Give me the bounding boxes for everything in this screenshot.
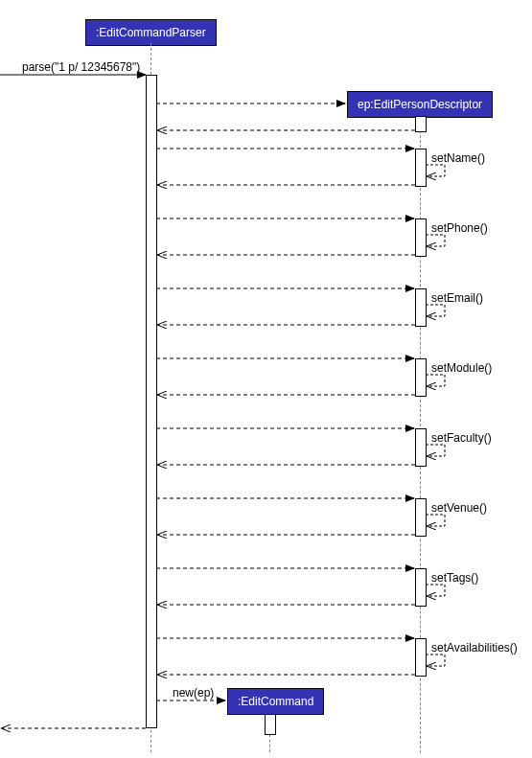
activation-setname (415, 149, 427, 187)
label-setname: setName() (431, 151, 485, 165)
label-newep: new(ep) (173, 686, 214, 700)
participant-command: :EditCommand (227, 688, 324, 715)
activation-setfaculty (415, 428, 427, 467)
activation-setavailabilities (415, 638, 427, 677)
label-setavailabilities: setAvailabilities() (431, 641, 518, 655)
participant-parser: :EditCommandParser (85, 19, 217, 46)
activation-descriptor-create (415, 116, 427, 132)
label-parse: parse("1 p/ 12345678") (22, 60, 140, 74)
activation-parser (146, 75, 157, 728)
label-setvenue: setVenue() (431, 501, 487, 515)
label-setemail: setEmail() (431, 291, 483, 305)
activation-setphone (415, 218, 427, 257)
activation-command (265, 714, 276, 735)
label-setmodule: setModule() (431, 361, 492, 375)
label-setphone: setPhone() (431, 221, 488, 235)
label-settags: setTags() (431, 571, 478, 585)
label-setfaculty: setFaculty() (431, 431, 492, 445)
activation-settags (415, 568, 427, 607)
activation-setemail (415, 288, 427, 327)
activation-setvenue (415, 498, 427, 537)
participant-descriptor: ep:EditPersonDescriptor (347, 91, 493, 118)
activation-setmodule (415, 358, 427, 397)
